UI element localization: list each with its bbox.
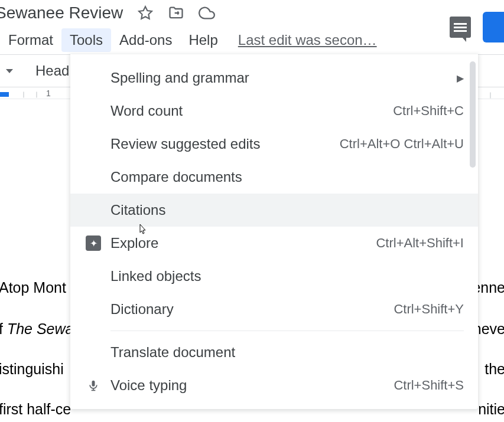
svg-marker-0 <box>139 6 152 19</box>
doc-text: nitie <box>478 393 504 422</box>
move-folder-icon[interactable] <box>168 5 184 21</box>
shortcut-label: Ctrl+Shift+C <box>393 103 464 119</box>
right-title-icons <box>450 12 504 42</box>
menu-format[interactable]: Format <box>0 28 61 52</box>
menu-help[interactable]: Help <box>180 28 226 52</box>
star-icon[interactable] <box>137 5 154 21</box>
tools-dropdown-menu: Spelling and grammar ▶ Word count Ctrl+S… <box>70 54 478 409</box>
doc-text: the <box>485 353 504 385</box>
title-bar: Sewanee Review <box>0 0 504 26</box>
menu-addons[interactable]: Add-ons <box>111 28 180 52</box>
doc-text: first half-ce <box>0 393 71 422</box>
menu-review-suggested-edits[interactable]: Review suggested edits Ctrl+Alt+O Ctrl+A… <box>70 127 478 161</box>
microphone-icon <box>87 377 100 394</box>
doc-text: Atop Mont <box>0 271 66 304</box>
menu-explore[interactable]: Explore Ctrl+Alt+Shift+I <box>70 227 478 260</box>
ruler-number: 1 <box>46 89 51 98</box>
menu-translate-document[interactable]: Translate document <box>70 336 478 369</box>
menu-compare-documents[interactable]: Compare documents <box>70 161 478 194</box>
shortcut-label: Ctrl+Alt+Shift+I <box>376 235 464 251</box>
menu-dictionary[interactable]: Dictionary Ctrl+Shift+Y <box>70 293 478 326</box>
last-edit-link[interactable]: Last edit was secon… <box>238 32 377 48</box>
shortcut-label: Ctrl+Shift+S <box>394 378 464 393</box>
shortcut-label: Ctrl+Alt+O Ctrl+Alt+U <box>340 136 464 152</box>
doc-text: istinguishi <box>0 353 64 385</box>
comment-history-icon[interactable] <box>450 17 471 38</box>
menu-citations[interactable]: Citations <box>70 194 478 227</box>
shortcut-label: Ctrl+Shift+Y <box>394 302 464 317</box>
explore-icon <box>86 235 101 251</box>
document-title[interactable]: Sewanee Review <box>0 4 123 22</box>
menu-divider <box>110 331 464 331</box>
menu-spelling-grammar[interactable]: Spelling and grammar ▶ <box>70 61 478 94</box>
ruler-ticks-left: ｜｜ <box>21 90 47 99</box>
menu-voice-typing[interactable]: Voice typing Ctrl+Shift+S <box>70 369 478 402</box>
doc-text: f The Sewa <box>0 313 73 345</box>
menu-bar: Format Tools Add-ons Help Last edit was … <box>0 26 504 54</box>
menu-tools[interactable]: Tools <box>61 28 111 52</box>
share-button[interactable] <box>483 12 504 42</box>
ruler-indent-marker[interactable] <box>0 92 9 97</box>
title-icons <box>137 5 215 21</box>
menu-linked-objects[interactable]: Linked objects <box>70 260 478 293</box>
dropdown-icon[interactable] <box>6 69 13 73</box>
cloud-icon[interactable] <box>199 5 215 21</box>
menu-word-count[interactable]: Word count Ctrl+Shift+C <box>70 94 478 127</box>
submenu-arrow-icon: ▶ <box>457 73 464 84</box>
